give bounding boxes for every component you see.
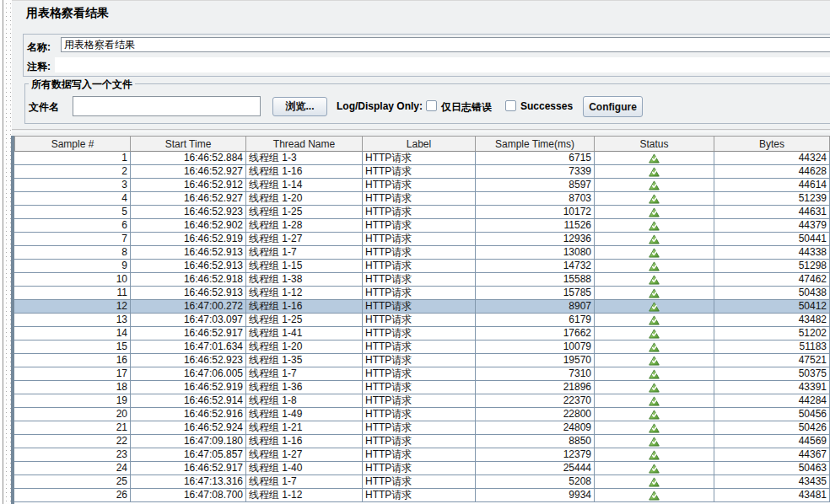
successes-checkbox-label[interactable]: Successes: [520, 100, 573, 112]
cell-bytes[interactable]: 44379: [714, 219, 830, 232]
table-row[interactable]: 1016:46:52.918线程组 1-38HTTP请求1558847462: [14, 273, 830, 287]
cell-sample_time_ms[interactable]: 22370: [476, 394, 595, 407]
table-row[interactable]: 416:46:52.927线程组 1-20HTTP请求870351239: [14, 192, 830, 206]
cell-label[interactable]: HTTP请求: [363, 421, 476, 434]
cell-sample[interactable]: 3: [14, 179, 131, 191]
cell-status[interactable]: [595, 179, 714, 191]
cell-sample[interactable]: 4: [14, 192, 131, 205]
cell-sample_time_ms[interactable]: 21896: [476, 381, 595, 394]
cell-sample_time_ms[interactable]: 14732: [476, 260, 595, 272]
cell-label[interactable]: HTTP请求: [363, 394, 476, 407]
cell-status[interactable]: [595, 260, 714, 272]
cell-thread_name[interactable]: 线程组 1-40: [246, 462, 363, 475]
cell-sample_time_ms[interactable]: 6179: [476, 314, 595, 326]
cell-status[interactable]: [595, 152, 714, 164]
cell-label[interactable]: HTTP请求: [363, 206, 476, 218]
cell-sample_time_ms[interactable]: 7339: [476, 165, 595, 178]
cell-start_time[interactable]: 16:46:52.923: [131, 206, 246, 218]
cell-label[interactable]: HTTP请求: [363, 489, 476, 501]
cell-label[interactable]: HTTP请求: [363, 314, 476, 326]
cell-sample[interactable]: 18: [14, 381, 131, 394]
cell-thread_name[interactable]: 线程组 1-41: [246, 327, 363, 340]
cell-thread_name[interactable]: 线程组 1-16: [246, 300, 363, 313]
table-row[interactable]: 1116:46:52.913线程组 1-12HTTP请求1578550438: [14, 287, 830, 300]
comments-input[interactable]: [55, 57, 830, 72]
cell-sample_time_ms[interactable]: 15785: [476, 287, 595, 299]
cell-label[interactable]: HTTP请求: [363, 408, 476, 421]
cell-start_time[interactable]: 16:46:52.919: [131, 233, 246, 245]
cell-sample_time_ms[interactable]: 24809: [476, 421, 595, 434]
column-header-thread_name[interactable]: Thread Name: [246, 136, 363, 152]
cell-label[interactable]: HTTP请求: [363, 287, 476, 299]
cell-thread_name[interactable]: 线程组 1-25: [246, 314, 363, 326]
cell-start_time[interactable]: 16:46:52.917: [131, 327, 246, 340]
cell-label[interactable]: HTTP请求: [363, 462, 476, 475]
cell-label[interactable]: HTTP请求: [363, 300, 476, 313]
cell-status[interactable]: [595, 206, 714, 218]
cell-bytes[interactable]: 47521: [714, 354, 830, 367]
cell-sample[interactable]: 8: [14, 246, 131, 259]
cell-sample[interactable]: 14: [14, 327, 131, 340]
cell-bytes[interactable]: 51239: [714, 192, 830, 205]
cell-sample[interactable]: 7: [14, 233, 131, 245]
cell-bytes[interactable]: 43435: [714, 475, 830, 488]
cell-label[interactable]: HTTP请求: [363, 327, 476, 340]
cell-sample[interactable]: 19: [14, 394, 131, 407]
cell-bytes[interactable]: 50438: [714, 287, 830, 299]
table-row[interactable]: 516:46:52.923线程组 1-25HTTP请求1017244631: [14, 206, 830, 219]
cell-status[interactable]: [595, 246, 714, 259]
cell-status[interactable]: [595, 367, 714, 380]
cell-sample_time_ms[interactable]: 10172: [476, 206, 595, 218]
table-row[interactable]: 1616:46:52.923线程组 1-35HTTP请求1957047521: [14, 354, 830, 367]
cell-bytes[interactable]: 44367: [714, 448, 830, 461]
cell-bytes[interactable]: 44614: [714, 179, 830, 191]
cell-sample[interactable]: 2: [14, 165, 131, 178]
filename-input[interactable]: [73, 96, 261, 116]
cell-sample_time_ms[interactable]: 25444: [476, 462, 595, 475]
column-header-sample_time_ms[interactable]: Sample Time(ms): [476, 136, 595, 152]
cell-start_time[interactable]: 16:46:52.918: [131, 273, 246, 286]
cell-label[interactable]: HTTP请求: [363, 475, 476, 488]
cell-bytes[interactable]: 43482: [714, 314, 830, 326]
cell-thread_name[interactable]: 线程组 1-20: [246, 192, 363, 205]
cell-sample_time_ms[interactable]: 19570: [476, 354, 595, 367]
cell-thread_name[interactable]: 线程组 1-28: [246, 219, 363, 232]
cell-sample[interactable]: 9: [14, 260, 131, 272]
cell-sample_time_ms[interactable]: 17662: [476, 327, 595, 340]
cell-bytes[interactable]: 50463: [714, 462, 830, 475]
cell-thread_name[interactable]: 线程组 1-12: [246, 287, 363, 299]
cell-sample_time_ms[interactable]: 8907: [476, 300, 595, 313]
cell-thread_name[interactable]: 线程组 1-36: [246, 381, 363, 394]
errors-only-checkbox-label[interactable]: 仅日志错误: [441, 100, 492, 115]
cell-thread_name[interactable]: 线程组 1-27: [246, 233, 363, 245]
cell-sample_time_ms[interactable]: 15588: [476, 273, 595, 286]
cell-start_time[interactable]: 16:46:52.884: [131, 152, 246, 164]
cell-sample_time_ms[interactable]: 5208: [476, 475, 595, 488]
cell-label[interactable]: HTTP请求: [363, 448, 476, 461]
cell-label[interactable]: HTTP请求: [363, 192, 476, 205]
cell-sample_time_ms[interactable]: 13080: [476, 246, 595, 259]
column-header-status[interactable]: Status: [595, 136, 714, 152]
cell-thread_name[interactable]: 线程组 1-16: [246, 165, 363, 178]
cell-start_time[interactable]: 16:47:01.634: [131, 340, 246, 353]
cell-bytes[interactable]: 43481: [714, 489, 830, 501]
cell-bytes[interactable]: 44628: [714, 165, 830, 178]
cell-sample_time_ms[interactable]: 7310: [476, 367, 595, 380]
cell-start_time[interactable]: 16:46:52.923: [131, 354, 246, 367]
cell-start_time[interactable]: 16:47:05.857: [131, 448, 246, 461]
cell-thread_name[interactable]: 线程组 1-16: [246, 435, 363, 448]
cell-thread_name[interactable]: 线程组 1-7: [246, 246, 363, 259]
cell-status[interactable]: [595, 354, 714, 367]
cell-sample[interactable]: 15: [14, 340, 131, 353]
browse-button[interactable]: 浏览...: [272, 97, 327, 116]
cell-start_time[interactable]: 16:46:52.913: [131, 246, 246, 259]
cell-sample[interactable]: 21: [14, 421, 131, 434]
cell-start_time[interactable]: 16:46:52.913: [131, 260, 246, 272]
table-row[interactable]: 1416:46:52.917线程组 1-41HTTP请求1766251202: [14, 327, 830, 340]
cell-bytes[interactable]: 50375: [714, 367, 830, 380]
cell-thread_name[interactable]: 线程组 1-7: [246, 475, 363, 488]
cell-label[interactable]: HTTP请求: [363, 354, 476, 367]
cell-label[interactable]: HTTP请求: [363, 273, 476, 286]
cell-sample[interactable]: 24: [14, 462, 131, 475]
cell-bytes[interactable]: 51183: [714, 340, 830, 353]
